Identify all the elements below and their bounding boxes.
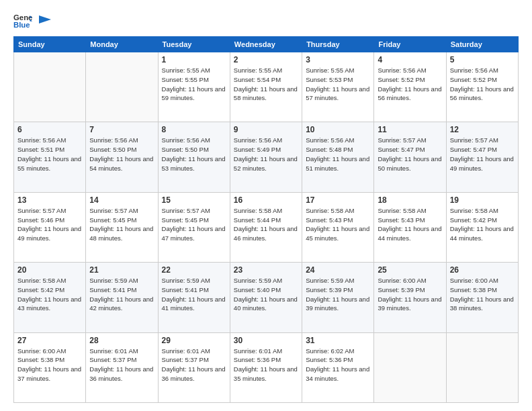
day-number: 10: [306, 125, 370, 134]
day-info: Sunrise: 5:58 AM Sunset: 5:44 PM Dayligh…: [234, 206, 298, 243]
logo-arrow-icon: [39, 13, 51, 26]
calendar-cell: 13Sunrise: 5:57 AM Sunset: 5:46 PM Dayli…: [14, 192, 86, 262]
day-number: 22: [162, 265, 226, 275]
day-info: Sunrise: 5:56 AM Sunset: 5:49 PM Dayligh…: [234, 136, 298, 173]
calendar-cell: 26Sunrise: 6:00 AM Sunset: 5:38 PM Dayli…: [446, 263, 518, 332]
day-number: 15: [162, 195, 226, 205]
calendar-cell: 23Sunrise: 5:59 AM Sunset: 5:40 PM Dayli…: [230, 263, 302, 332]
calendar-cell: 18Sunrise: 5:58 AM Sunset: 5:43 PM Dayli…: [374, 192, 446, 262]
day-info: Sunrise: 6:02 AM Sunset: 5:36 PM Dayligh…: [306, 347, 370, 383]
calendar-cell: 14Sunrise: 5:57 AM Sunset: 5:45 PM Dayli…: [86, 192, 158, 262]
weekday-header-wednesday: Wednesday: [230, 37, 302, 52]
calendar-cell: 6Sunrise: 5:56 AM Sunset: 5:51 PM Daylig…: [14, 122, 86, 192]
day-info: Sunrise: 6:00 AM Sunset: 5:38 PM Dayligh…: [450, 276, 515, 313]
weekday-header-saturday: Saturday: [446, 37, 518, 52]
day-info: Sunrise: 5:59 AM Sunset: 5:41 PM Dayligh…: [89, 276, 154, 313]
day-number: 29: [162, 336, 226, 345]
weekday-header-monday: Monday: [86, 37, 158, 52]
day-number: 3: [306, 55, 370, 64]
calendar-cell: [86, 52, 158, 122]
day-number: 1: [162, 55, 226, 64]
day-info: Sunrise: 5:56 AM Sunset: 5:48 PM Dayligh…: [306, 136, 370, 173]
calendar-cell: 7Sunrise: 5:56 AM Sunset: 5:50 PM Daylig…: [86, 122, 158, 192]
day-info: Sunrise: 5:55 AM Sunset: 5:54 PM Dayligh…: [234, 66, 298, 103]
day-info: Sunrise: 5:59 AM Sunset: 5:41 PM Dayligh…: [162, 276, 226, 313]
day-number: 23: [234, 265, 298, 275]
day-info: Sunrise: 5:56 AM Sunset: 5:50 PM Dayligh…: [89, 136, 154, 173]
calendar-cell: 1Sunrise: 5:55 AM Sunset: 5:55 PM Daylig…: [158, 52, 230, 122]
logo: General Blue: [13, 11, 51, 30]
day-number: 26: [450, 265, 515, 275]
calendar-cell: 21Sunrise: 5:59 AM Sunset: 5:41 PM Dayli…: [86, 263, 158, 332]
calendar-cell: 4Sunrise: 5:56 AM Sunset: 5:52 PM Daylig…: [374, 52, 446, 122]
day-info: Sunrise: 5:55 AM Sunset: 5:53 PM Dayligh…: [306, 66, 370, 103]
day-number: 31: [306, 336, 370, 345]
day-number: 21: [89, 265, 154, 275]
calendar-cell: 3Sunrise: 5:55 AM Sunset: 5:53 PM Daylig…: [302, 52, 374, 122]
day-info: Sunrise: 5:56 AM Sunset: 5:52 PM Dayligh…: [450, 66, 515, 103]
day-number: 16: [234, 195, 298, 205]
day-number: 8: [162, 125, 226, 134]
day-number: 18: [378, 195, 442, 205]
day-number: 19: [450, 195, 515, 205]
calendar-cell: 29Sunrise: 6:01 AM Sunset: 5:37 PM Dayli…: [158, 332, 230, 402]
day-info: Sunrise: 5:56 AM Sunset: 5:51 PM Dayligh…: [17, 136, 82, 173]
day-info: Sunrise: 5:57 AM Sunset: 5:45 PM Dayligh…: [89, 206, 154, 243]
calendar-cell: 17Sunrise: 5:58 AM Sunset: 5:43 PM Dayli…: [302, 192, 374, 262]
day-number: 9: [234, 125, 298, 134]
day-info: Sunrise: 6:01 AM Sunset: 5:37 PM Dayligh…: [89, 347, 154, 383]
calendar-week-3: 13Sunrise: 5:57 AM Sunset: 5:46 PM Dayli…: [14, 192, 519, 262]
svg-text:Blue: Blue: [13, 21, 30, 29]
calendar-week-4: 20Sunrise: 5:58 AM Sunset: 5:42 PM Dayli…: [14, 263, 519, 332]
calendar-cell: 11Sunrise: 5:57 AM Sunset: 5:47 PM Dayli…: [374, 122, 446, 192]
calendar-table: SundayMondayTuesdayWednesdayThursdayFrid…: [13, 36, 519, 403]
day-number: 5: [450, 55, 515, 64]
day-number: 30: [234, 336, 298, 345]
day-number: 24: [306, 265, 370, 275]
day-number: 13: [17, 195, 82, 205]
calendar-cell: 31Sunrise: 6:02 AM Sunset: 5:36 PM Dayli…: [302, 332, 374, 402]
calendar-cell: 24Sunrise: 5:59 AM Sunset: 5:39 PM Dayli…: [302, 263, 374, 332]
calendar-cell: 12Sunrise: 5:57 AM Sunset: 5:47 PM Dayli…: [446, 122, 518, 192]
calendar-week-5: 27Sunrise: 6:00 AM Sunset: 5:38 PM Dayli…: [14, 332, 519, 402]
day-info: Sunrise: 5:58 AM Sunset: 5:43 PM Dayligh…: [306, 206, 370, 243]
calendar-cell: 19Sunrise: 5:58 AM Sunset: 5:42 PM Dayli…: [446, 192, 518, 262]
day-number: 2: [234, 55, 298, 64]
day-info: Sunrise: 5:57 AM Sunset: 5:47 PM Dayligh…: [378, 136, 442, 173]
weekday-header-thursday: Thursday: [302, 37, 374, 52]
day-number: 25: [378, 265, 442, 275]
calendar-header-row: SundayMondayTuesdayWednesdayThursdayFrid…: [14, 37, 519, 52]
day-info: Sunrise: 6:01 AM Sunset: 5:37 PM Dayligh…: [162, 347, 226, 383]
day-number: 17: [306, 195, 370, 205]
calendar-cell: 16Sunrise: 5:58 AM Sunset: 5:44 PM Dayli…: [230, 192, 302, 262]
day-info: Sunrise: 5:58 AM Sunset: 5:42 PM Dayligh…: [17, 276, 82, 313]
svg-marker-4: [39, 15, 51, 24]
calendar-cell: 20Sunrise: 5:58 AM Sunset: 5:42 PM Dayli…: [14, 263, 86, 332]
calendar-cell: 25Sunrise: 6:00 AM Sunset: 5:39 PM Dayli…: [374, 263, 446, 332]
calendar-week-2: 6Sunrise: 5:56 AM Sunset: 5:51 PM Daylig…: [14, 122, 519, 192]
logo-icon: General Blue: [13, 11, 32, 30]
day-info: Sunrise: 6:00 AM Sunset: 5:39 PM Dayligh…: [378, 276, 442, 313]
calendar-cell: [374, 332, 446, 402]
day-info: Sunrise: 6:00 AM Sunset: 5:38 PM Dayligh…: [17, 347, 82, 383]
day-info: Sunrise: 5:57 AM Sunset: 5:47 PM Dayligh…: [450, 136, 515, 173]
calendar-cell: 5Sunrise: 5:56 AM Sunset: 5:52 PM Daylig…: [446, 52, 518, 122]
day-number: 7: [89, 125, 154, 134]
weekday-header-tuesday: Tuesday: [158, 37, 230, 52]
calendar-cell: 27Sunrise: 6:00 AM Sunset: 5:38 PM Dayli…: [14, 332, 86, 402]
page-header: General Blue: [13, 11, 519, 30]
day-number: 27: [17, 336, 82, 345]
day-number: 6: [17, 125, 82, 134]
calendar-cell: 8Sunrise: 5:56 AM Sunset: 5:50 PM Daylig…: [158, 122, 230, 192]
day-number: 14: [89, 195, 154, 205]
day-info: Sunrise: 5:58 AM Sunset: 5:43 PM Dayligh…: [378, 206, 442, 243]
calendar-cell: 2Sunrise: 5:55 AM Sunset: 5:54 PM Daylig…: [230, 52, 302, 122]
day-number: 28: [89, 336, 154, 345]
day-number: 11: [378, 125, 442, 134]
day-number: 4: [378, 55, 442, 64]
day-number: 12: [450, 125, 515, 134]
weekday-header-sunday: Sunday: [14, 37, 86, 52]
calendar-cell: 30Sunrise: 6:01 AM Sunset: 5:36 PM Dayli…: [230, 332, 302, 402]
calendar-page: General Blue SundayMondayTuesdayWednesda…: [0, 0, 532, 411]
calendar-cell: 22Sunrise: 5:59 AM Sunset: 5:41 PM Dayli…: [158, 263, 230, 332]
